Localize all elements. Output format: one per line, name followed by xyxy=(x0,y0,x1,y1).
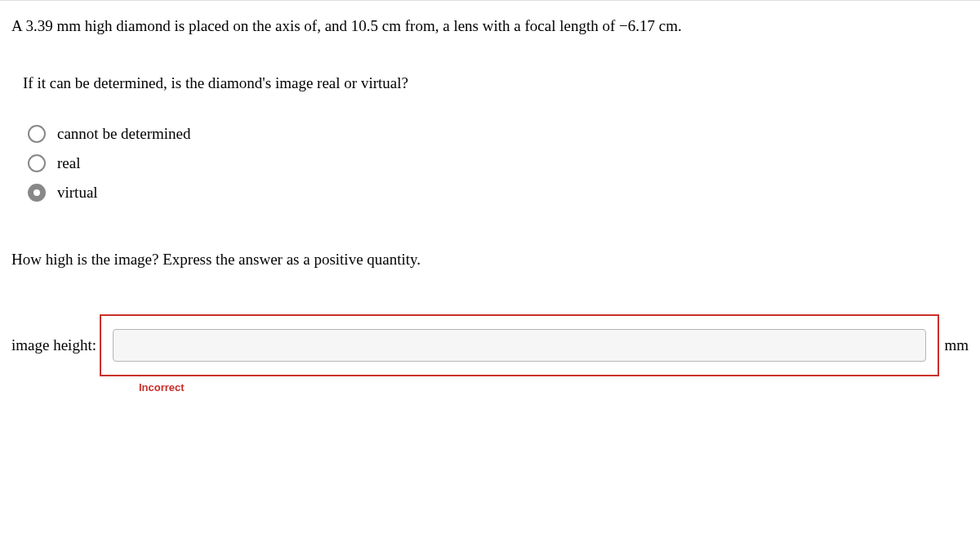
option-label: real xyxy=(57,154,80,172)
radio-icon xyxy=(28,154,46,172)
option-virtual[interactable]: virtual xyxy=(28,184,969,202)
question-container: A 3.39 mm high diamond is placed on the … xyxy=(0,0,980,410)
option-real[interactable]: real xyxy=(28,154,969,172)
unit-label: mm xyxy=(944,336,969,354)
answer-row: image height: mm xyxy=(11,314,969,376)
answer-label: image height: xyxy=(11,336,96,354)
question1-prompt: If it can be determined, is the diamond'… xyxy=(11,74,969,92)
question2-prompt: How high is the image? Express the answe… xyxy=(11,251,969,269)
option-cannot-be-determined[interactable]: cannot be determined xyxy=(28,125,969,143)
problem-statement: A 3.39 mm high diamond is placed on the … xyxy=(11,17,969,35)
feedback-incorrect: Incorrect xyxy=(139,381,969,394)
radio-icon xyxy=(28,125,46,143)
radio-icon-selected xyxy=(28,184,46,202)
input-wrapper-incorrect xyxy=(100,314,939,376)
image-height-input[interactable] xyxy=(113,329,926,362)
option-label: virtual xyxy=(57,184,98,202)
radio-group: cannot be determined real virtual xyxy=(11,125,969,202)
option-label: cannot be determined xyxy=(57,125,191,143)
